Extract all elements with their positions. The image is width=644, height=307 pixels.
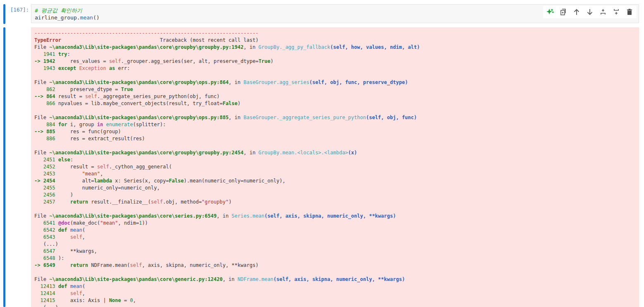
traceback-line: 2456 ) (34, 192, 636, 199)
insert-cell-above-button[interactable] (599, 7, 608, 17)
arrow-up-icon (573, 8, 580, 16)
move-cell-down-button[interactable] (585, 7, 594, 17)
traceback-line (34, 72, 636, 79)
traceback-line: (...) (34, 241, 636, 248)
traceback-line: 862 preserve_dtype = True (34, 86, 636, 93)
traceback-line: --> 885 res = func(group) (34, 128, 636, 135)
traceback-line: 12415 axis: Axis | None = 0, (34, 297, 636, 304)
traceback-line: -> 6549 return NDFrame.mean(self, axis, … (34, 262, 636, 269)
traceback-line: 886 res = extract_result(res) (34, 135, 636, 142)
traceback-line: 6543 self, (34, 234, 636, 241)
traceback-line: (...) (34, 304, 636, 307)
traceback-line: -> 1942 res_values = self._grouper.agg_s… (34, 58, 636, 65)
traceback-line: 2452 result = self._cython_agg_general( (34, 163, 636, 170)
traceback-line: 6547 **kwargs, (34, 248, 636, 255)
ai-sparkle-button[interactable] (546, 7, 555, 17)
traceback-line: 6541 @doc(make_doc("mean", ndim=1)) (34, 220, 636, 227)
execution-count: [167]: (0, 7, 29, 13)
trash-icon (626, 8, 633, 16)
traceback-line: File ~\anaconda3\Lib\site-packages\panda… (34, 276, 636, 283)
duplicate-cell-button[interactable] (559, 7, 568, 17)
traceback-line: ----------------------------------------… (34, 30, 636, 37)
traceback-line: -> 2454 alt=lambda x: Series(x, copy=Fal… (34, 177, 636, 185)
traceback-line: File ~\anaconda3\Lib\site-packages\panda… (34, 79, 636, 86)
traceback-line: File ~\anaconda3\Lib\site-packages\panda… (34, 114, 636, 121)
cell-toolbar (543, 6, 637, 18)
error-traceback-output: ----------------------------------------… (31, 27, 639, 307)
insert-above-icon (599, 8, 607, 16)
traceback-line: 884 for i, group in enumerate(splitter): (34, 121, 636, 128)
insert-below-icon (613, 8, 620, 16)
traceback-line (34, 142, 636, 149)
move-cell-up-button[interactable] (572, 7, 581, 17)
traceback-line: File ~\anaconda3\Lib\site-packages\panda… (34, 44, 636, 51)
traceback-line: 2455 numeric_only=numeric_only, (34, 185, 636, 192)
ai-sparkle-icon (546, 8, 554, 16)
traceback-line: 12414 self, (34, 290, 636, 297)
traceback-line: 1943 except Exception as err: (34, 65, 636, 72)
traceback-line: 12413 def mean( (34, 283, 636, 290)
traceback-line: 2451 else: (34, 156, 636, 163)
traceback-line (34, 206, 636, 213)
traceback-line: 6548 ): (34, 255, 636, 262)
traceback-line: 866 npvalues = lib.maybe_convert_objects… (34, 100, 636, 107)
traceback-line: TypeError Traceback (most recent call la… (34, 37, 636, 44)
insert-cell-below-button[interactable] (612, 7, 621, 17)
traceback-line: 2457 return result.__finalize__(self.obj… (34, 199, 636, 206)
delete-cell-button[interactable] (625, 7, 634, 17)
traceback-line (34, 107, 636, 114)
traceback-line: 2453 "mean", (34, 170, 636, 177)
traceback-line: 1941 try: (34, 51, 636, 58)
traceback-line: File ~\anaconda3\Lib\site-packages\panda… (34, 149, 636, 156)
arrow-down-icon (586, 8, 594, 16)
output-cell-collapser[interactable] (3, 27, 5, 307)
traceback-line: File ~\anaconda3\Lib\site-packages\panda… (34, 213, 636, 220)
traceback-line: --> 864 result = self._aggregate_series_… (34, 93, 636, 100)
traceback-line: 6542 def mean( (34, 227, 636, 234)
traceback-line (34, 269, 636, 276)
duplicate-cell-icon (560, 8, 567, 16)
